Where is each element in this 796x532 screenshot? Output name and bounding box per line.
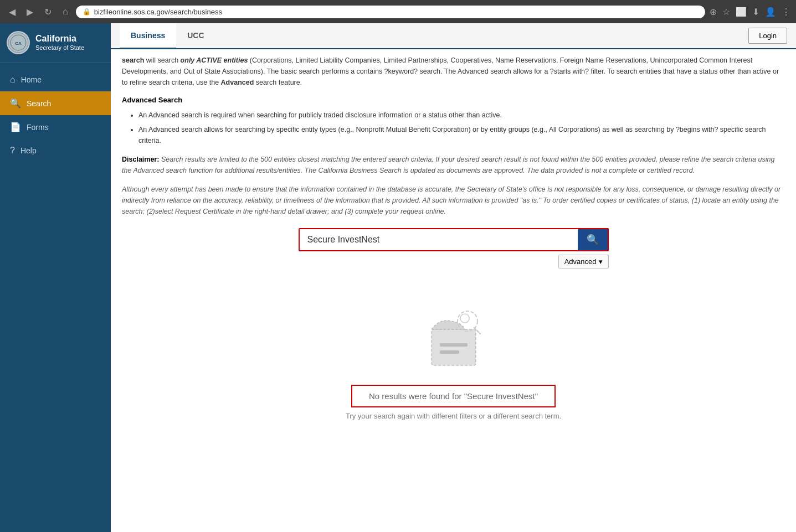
extensions-icon[interactable]: ⬜ xyxy=(736,7,747,17)
tab-business[interactable]: Business xyxy=(120,23,176,49)
empty-illustration xyxy=(409,291,498,374)
profile-icon[interactable]: 👤 xyxy=(765,7,776,17)
liability-paragraph: Although every attempt has been made to … xyxy=(122,184,785,217)
tabs-bar: Business UCC Login xyxy=(111,23,796,49)
sidebar-nav: ⌂ Home 🔍 Search 📄 Forms ? Help xyxy=(0,63,111,168)
tabs-login-area: Login xyxy=(748,28,787,44)
home-button[interactable]: ⌂ xyxy=(59,6,71,18)
refresh-button[interactable]: ↻ xyxy=(41,6,55,18)
search-input-container: 🔍 xyxy=(299,228,609,251)
advanced-search-title: Advanced Search xyxy=(122,96,785,104)
sidebar-forms-label: Forms xyxy=(27,123,49,132)
no-results-subtitle: Try your search again with different fil… xyxy=(346,412,561,420)
sidebar-help-label: Help xyxy=(20,146,37,155)
login-button[interactable]: Login xyxy=(748,28,787,44)
bullet-item-1: An Advanced search is required when sear… xyxy=(138,110,785,121)
sidebar-home-label: Home xyxy=(21,75,42,84)
advanced-link-row: Advanced ▾ xyxy=(299,255,609,268)
no-results-box: No results were found for "Secure Invest… xyxy=(351,385,556,407)
state-subtitle: Secretary of State xyxy=(35,44,84,51)
search-box-area: 🔍 Advanced ▾ xyxy=(122,228,785,268)
sidebar-item-home[interactable]: ⌂ Home xyxy=(0,68,111,91)
logo-text: California Secretary of State xyxy=(35,33,84,51)
forward-button[interactable]: ▶ xyxy=(23,6,37,18)
app-wrapper: CA California Secretary of State ⌂ Home … xyxy=(0,23,796,532)
content-area: Business UCC Login search will search on… xyxy=(111,23,796,532)
translate-icon[interactable]: ⊕ xyxy=(710,7,717,17)
back-button[interactable]: ◀ xyxy=(6,6,19,18)
disclaimer-paragraph: Disclaimer: Search results are limited t… xyxy=(122,154,785,176)
help-icon: ? xyxy=(10,146,15,156)
search-input[interactable] xyxy=(300,229,578,250)
advanced-label: Advanced xyxy=(564,257,597,266)
main-content: search will search only ACTIVE entities … xyxy=(111,49,796,532)
info-paragraph: search will search only ACTIVE entities … xyxy=(122,55,785,88)
address-bar[interactable]: 🔒 bizfileonline.sos.ca.gov/search/busine… xyxy=(76,6,705,18)
sidebar-item-search[interactable]: 🔍 Search xyxy=(0,91,111,115)
sidebar-item-forms[interactable]: 📄 Forms xyxy=(0,115,111,139)
bullet-item-2: An Advanced search allows for searching … xyxy=(138,124,785,146)
sidebar-item-help[interactable]: ? Help xyxy=(0,139,111,162)
disclaimer-text: Search results are limited to the 500 en… xyxy=(122,156,774,174)
home-icon: ⌂ xyxy=(10,75,16,85)
forms-icon: 📄 xyxy=(10,122,21,132)
browser-actions: ⊕ ☆ ⬜ ⬇ 👤 ⋮ xyxy=(710,7,790,17)
sidebar-logo: CA California Secretary of State xyxy=(0,23,111,63)
url-text: bizfileonline.sos.ca.gov/search/business xyxy=(94,8,222,16)
svg-text:CA: CA xyxy=(15,41,22,46)
lock-icon: 🔒 xyxy=(83,8,91,16)
browser-chrome: ◀ ▶ ↻ ⌂ 🔒 bizfileonline.sos.ca.gov/searc… xyxy=(0,0,796,23)
menu-icon[interactable]: ⋮ xyxy=(782,7,790,17)
sidebar: CA California Secretary of State ⌂ Home … xyxy=(0,23,111,532)
bookmark-icon[interactable]: ☆ xyxy=(722,7,730,17)
state-name: California xyxy=(35,33,84,44)
chevron-down-icon: ▾ xyxy=(599,257,603,266)
bullet-list: An Advanced search is required when sear… xyxy=(122,110,785,146)
svg-rect-5 xyxy=(440,350,459,354)
tab-ucc[interactable]: UCC xyxy=(176,23,215,49)
advanced-dropdown-button[interactable]: Advanced ▾ xyxy=(558,255,609,268)
search-submit-button[interactable]: 🔍 xyxy=(578,229,608,250)
svg-rect-3 xyxy=(432,329,476,365)
state-seal: CA xyxy=(7,31,30,54)
download-icon[interactable]: ⬇ xyxy=(752,7,759,17)
search-nav-icon: 🔍 xyxy=(10,98,21,109)
no-results-message: No results were found for "Secure Invest… xyxy=(369,391,538,401)
empty-state: No results were found for "Secure Invest… xyxy=(122,274,785,431)
disclaimer-label: Disclaimer: xyxy=(122,156,159,163)
svg-point-8 xyxy=(460,314,469,323)
search-submit-icon: 🔍 xyxy=(587,234,599,246)
sidebar-search-label: Search xyxy=(27,99,51,108)
svg-rect-4 xyxy=(440,343,468,347)
